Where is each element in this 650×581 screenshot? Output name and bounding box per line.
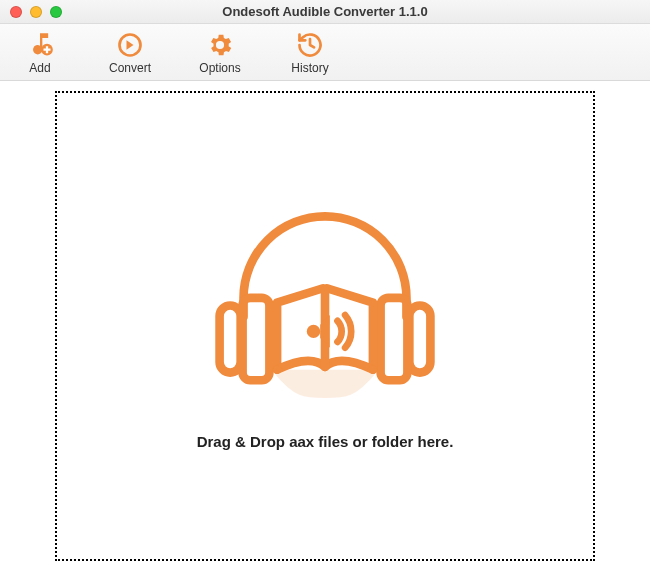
history-icon (296, 31, 324, 59)
add-label: Add (29, 61, 50, 75)
svg-rect-3 (243, 298, 270, 380)
minimize-window-button[interactable] (30, 6, 42, 18)
convert-icon (116, 31, 144, 59)
window-controls (0, 6, 62, 18)
history-button[interactable]: History (280, 31, 340, 75)
options-button[interactable]: Options (190, 31, 250, 75)
svg-rect-2 (220, 305, 241, 372)
audiobook-icon (210, 202, 440, 403)
window-title: Ondesoft Audible Converter 1.1.0 (0, 4, 650, 19)
maximize-window-button[interactable] (50, 6, 62, 18)
svg-rect-4 (409, 305, 430, 372)
add-music-icon (26, 31, 54, 59)
options-label: Options (199, 61, 240, 75)
drop-zone-message: Drag & Drop aax files or folder here. (197, 433, 454, 450)
toolbar: Add Convert Options History (0, 24, 650, 81)
history-label: History (291, 61, 328, 75)
close-window-button[interactable] (10, 6, 22, 18)
convert-button[interactable]: Convert (100, 31, 160, 75)
gear-icon (206, 31, 234, 59)
drop-zone[interactable]: Drag & Drop aax files or folder here. (55, 91, 595, 561)
content-area: Drag & Drop aax files or folder here. (0, 81, 650, 581)
svg-point-6 (307, 325, 320, 338)
titlebar: Ondesoft Audible Converter 1.1.0 (0, 0, 650, 24)
svg-rect-5 (381, 298, 408, 380)
add-button[interactable]: Add (10, 31, 70, 75)
convert-label: Convert (109, 61, 151, 75)
